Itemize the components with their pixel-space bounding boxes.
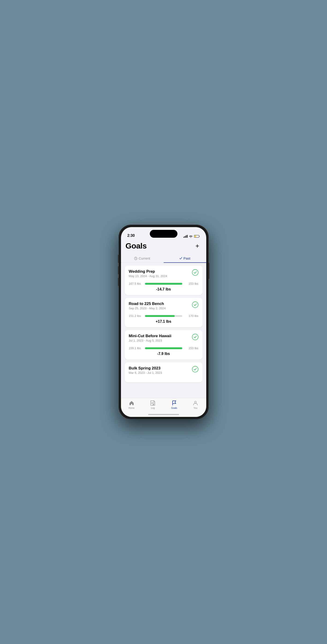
tab-current[interactable]: Current	[121, 254, 164, 262]
progress-fill-2	[145, 315, 175, 317]
svg-point-8	[194, 401, 196, 403]
header: Goals +	[121, 240, 206, 254]
phone-frame: 2:30	[119, 225, 209, 419]
card-result-2: +17.1 lbs	[129, 320, 198, 324]
card-title-1: Wedding Prep	[129, 269, 167, 274]
you-icon	[192, 400, 198, 406]
svg-point-7	[192, 366, 198, 372]
tab-log-label: Log	[151, 407, 155, 409]
progress-track-2	[145, 315, 182, 317]
tab-current-label: Current	[139, 256, 150, 260]
start-weight-3: 159.1 lbs	[129, 346, 143, 350]
card-date-1: May 13, 2024 - Aug 31, 2024	[129, 274, 167, 278]
goal-card-3[interactable]: Mini-Cut Before Hawaii Jul 1, 2023 - Aug…	[125, 330, 203, 360]
card-result-3: -7.9 lbs	[129, 352, 198, 356]
progress-row-1: 167.5 lbs 153 lbs	[129, 282, 198, 286]
card-header-2: Road to 225 Bench Sep 25, 2023 - May 2, …	[129, 302, 198, 313]
phone-screen: 2:30	[121, 227, 206, 417]
card-title-2: Road to 225 Bench	[129, 302, 166, 306]
tab-past[interactable]: Past	[164, 254, 206, 262]
card-result-1: -14.7 lbs	[129, 287, 198, 291]
main-content: Goals + Current Past	[121, 240, 206, 417]
wifi-icon	[189, 235, 193, 238]
progress-fill-3	[145, 347, 182, 349]
card-header-4: Bulk Spring 2023 Mar 6, 2023 - Jul 1, 20…	[129, 366, 198, 378]
dynamic-island	[150, 230, 177, 238]
tabs-container: Current Past	[121, 254, 206, 263]
card-date-3: Jul 1, 2023 - Aug 5, 2023	[129, 339, 171, 342]
add-goal-button[interactable]: +	[193, 242, 202, 250]
log-icon	[150, 400, 156, 406]
end-weight-2: 170 lbs	[184, 314, 198, 318]
svg-rect-1	[199, 236, 200, 237]
card-header-1: Wedding Prep May 13, 2024 - Aug 31, 2024	[129, 269, 198, 281]
tab-home[interactable]: Home	[121, 400, 142, 409]
completed-icon-4	[192, 366, 198, 372]
progress-track-3	[145, 347, 182, 349]
svg-rect-2	[194, 236, 196, 237]
card-title-group-2: Road to 225 Bench Sep 25, 2023 - May 2, …	[129, 302, 166, 313]
start-weight-1: 167.5 lbs	[129, 282, 143, 286]
progress-track-1	[145, 283, 182, 285]
completed-icon-1	[192, 269, 198, 276]
svg-point-4	[192, 270, 198, 276]
card-header-3: Mini-Cut Before Hawaii Jul 1, 2023 - Aug…	[129, 334, 198, 346]
progress-fill-1	[145, 283, 182, 285]
battery-icon	[194, 235, 200, 238]
card-title-3: Mini-Cut Before Hawaii	[129, 334, 171, 338]
goals-flag-icon	[171, 400, 177, 406]
card-title-group-4: Bulk Spring 2023 Mar 6, 2023 - Jul 1, 20…	[129, 366, 162, 378]
tab-you[interactable]: You	[185, 400, 206, 409]
tab-log[interactable]: Log	[142, 400, 164, 409]
signal-icon	[183, 235, 188, 238]
end-weight-1: 153 lbs	[184, 282, 198, 286]
home-icon	[129, 400, 135, 406]
tab-goals-label: Goals	[171, 407, 177, 409]
end-weight-3: 153 lbs	[184, 346, 198, 350]
completed-icon-2	[192, 302, 198, 308]
svg-point-5	[192, 302, 198, 308]
card-title-group-3: Mini-Cut Before Hawaii Jul 1, 2023 - Aug…	[129, 334, 171, 346]
card-title-4: Bulk Spring 2023	[129, 366, 162, 370]
svg-point-6	[192, 334, 198, 340]
progress-row-3: 159.1 lbs 153 lbs	[129, 346, 198, 350]
goal-card-1[interactable]: Wedding Prep May 13, 2024 - Aug 31, 2024…	[125, 266, 203, 295]
completed-icon-3	[192, 334, 198, 340]
goal-card-4[interactable]: Bulk Spring 2023 Mar 6, 2023 - Jul 1, 20…	[125, 362, 203, 382]
clock-icon	[134, 257, 137, 260]
tab-you-label: You	[194, 407, 197, 409]
tab-goals[interactable]: Goals	[164, 400, 185, 409]
home-indicator	[148, 414, 179, 415]
start-weight-2: 151.2 lbs	[129, 314, 143, 318]
tab-home-label: Home	[128, 407, 135, 409]
goals-list: Wedding Prep May 13, 2024 - Aug 31, 2024…	[121, 266, 206, 382]
goal-card-2[interactable]: Road to 225 Bench Sep 25, 2023 - May 2, …	[125, 298, 203, 327]
status-icons	[183, 235, 200, 238]
card-date-2: Sep 25, 2023 - May 2, 2024	[129, 306, 166, 310]
tab-past-label: Past	[183, 256, 190, 260]
card-date-4: Mar 6, 2023 - Jul 1, 2023	[129, 371, 162, 374]
card-title-group-1: Wedding Prep May 13, 2024 - Aug 31, 2024	[129, 269, 167, 281]
checkmark-tab-icon	[179, 257, 182, 260]
page-title: Goals	[126, 242, 147, 250]
status-time: 2:30	[127, 234, 135, 238]
progress-row-2: 151.2 lbs 170 lbs	[129, 314, 198, 318]
